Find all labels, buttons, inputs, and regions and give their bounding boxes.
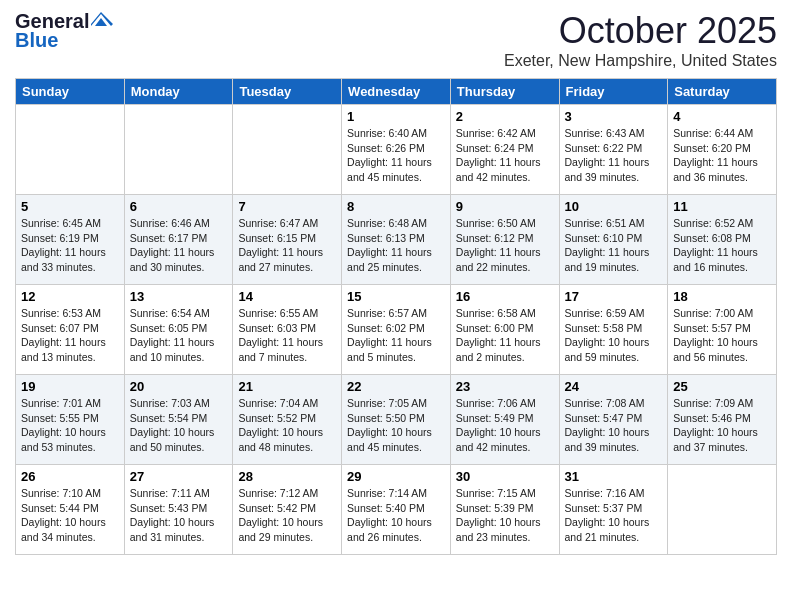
day-info: Sunrise: 6:47 AMSunset: 6:15 PMDaylight:… bbox=[238, 216, 336, 275]
day-info: Sunrise: 6:43 AMSunset: 6:22 PMDaylight:… bbox=[565, 126, 663, 185]
calendar-day-cell: 4Sunrise: 6:44 AMSunset: 6:20 PMDaylight… bbox=[668, 105, 777, 195]
calendar-weekday-header: Friday bbox=[559, 79, 668, 105]
calendar-day-cell: 12Sunrise: 6:53 AMSunset: 6:07 PMDayligh… bbox=[16, 285, 125, 375]
day-info: Sunrise: 7:03 AMSunset: 5:54 PMDaylight:… bbox=[130, 396, 228, 455]
day-info: Sunrise: 7:01 AMSunset: 5:55 PMDaylight:… bbox=[21, 396, 119, 455]
calendar-day-cell: 1Sunrise: 6:40 AMSunset: 6:26 PMDaylight… bbox=[342, 105, 451, 195]
location: Exeter, New Hampshire, United States bbox=[504, 52, 777, 70]
page-container: General Blue October 2025 Exeter, New Ha… bbox=[0, 0, 792, 565]
calendar-empty-cell bbox=[16, 105, 125, 195]
calendar-day-cell: 5Sunrise: 6:45 AMSunset: 6:19 PMDaylight… bbox=[16, 195, 125, 285]
day-info: Sunrise: 6:46 AMSunset: 6:17 PMDaylight:… bbox=[130, 216, 228, 275]
day-number: 22 bbox=[347, 379, 445, 394]
calendar-day-cell: 30Sunrise: 7:15 AMSunset: 5:39 PMDayligh… bbox=[450, 465, 559, 555]
logo-blue-text: Blue bbox=[15, 29, 58, 52]
calendar-table: SundayMondayTuesdayWednesdayThursdayFrid… bbox=[15, 78, 777, 555]
day-number: 5 bbox=[21, 199, 119, 214]
logo: General Blue bbox=[15, 10, 113, 52]
day-number: 3 bbox=[565, 109, 663, 124]
calendar-day-cell: 9Sunrise: 6:50 AMSunset: 6:12 PMDaylight… bbox=[450, 195, 559, 285]
calendar-day-cell: 6Sunrise: 6:46 AMSunset: 6:17 PMDaylight… bbox=[124, 195, 233, 285]
calendar-weekday-header: Monday bbox=[124, 79, 233, 105]
day-info: Sunrise: 6:59 AMSunset: 5:58 PMDaylight:… bbox=[565, 306, 663, 365]
day-info: Sunrise: 7:09 AMSunset: 5:46 PMDaylight:… bbox=[673, 396, 771, 455]
calendar-day-cell: 26Sunrise: 7:10 AMSunset: 5:44 PMDayligh… bbox=[16, 465, 125, 555]
day-number: 7 bbox=[238, 199, 336, 214]
title-section: October 2025 Exeter, New Hampshire, Unit… bbox=[504, 10, 777, 70]
day-number: 9 bbox=[456, 199, 554, 214]
day-number: 12 bbox=[21, 289, 119, 304]
day-number: 17 bbox=[565, 289, 663, 304]
day-info: Sunrise: 7:14 AMSunset: 5:40 PMDaylight:… bbox=[347, 486, 445, 545]
day-info: Sunrise: 7:11 AMSunset: 5:43 PMDaylight:… bbox=[130, 486, 228, 545]
calendar-day-cell: 23Sunrise: 7:06 AMSunset: 5:49 PMDayligh… bbox=[450, 375, 559, 465]
calendar-day-cell: 31Sunrise: 7:16 AMSunset: 5:37 PMDayligh… bbox=[559, 465, 668, 555]
logo-icon bbox=[91, 12, 113, 28]
day-info: Sunrise: 7:08 AMSunset: 5:47 PMDaylight:… bbox=[565, 396, 663, 455]
day-info: Sunrise: 6:51 AMSunset: 6:10 PMDaylight:… bbox=[565, 216, 663, 275]
calendar-day-cell: 25Sunrise: 7:09 AMSunset: 5:46 PMDayligh… bbox=[668, 375, 777, 465]
calendar-day-cell: 24Sunrise: 7:08 AMSunset: 5:47 PMDayligh… bbox=[559, 375, 668, 465]
calendar-weekday-header: Tuesday bbox=[233, 79, 342, 105]
calendar-day-cell: 15Sunrise: 6:57 AMSunset: 6:02 PMDayligh… bbox=[342, 285, 451, 375]
day-number: 25 bbox=[673, 379, 771, 394]
day-number: 14 bbox=[238, 289, 336, 304]
month-title: October 2025 bbox=[504, 10, 777, 52]
calendar-day-cell: 28Sunrise: 7:12 AMSunset: 5:42 PMDayligh… bbox=[233, 465, 342, 555]
day-info: Sunrise: 7:10 AMSunset: 5:44 PMDaylight:… bbox=[21, 486, 119, 545]
svg-marker-1 bbox=[95, 18, 107, 26]
day-info: Sunrise: 6:50 AMSunset: 6:12 PMDaylight:… bbox=[456, 216, 554, 275]
calendar-day-cell: 21Sunrise: 7:04 AMSunset: 5:52 PMDayligh… bbox=[233, 375, 342, 465]
day-number: 30 bbox=[456, 469, 554, 484]
calendar-day-cell: 2Sunrise: 6:42 AMSunset: 6:24 PMDaylight… bbox=[450, 105, 559, 195]
day-number: 1 bbox=[347, 109, 445, 124]
day-info: Sunrise: 6:58 AMSunset: 6:00 PMDaylight:… bbox=[456, 306, 554, 365]
calendar-day-cell: 27Sunrise: 7:11 AMSunset: 5:43 PMDayligh… bbox=[124, 465, 233, 555]
day-info: Sunrise: 6:45 AMSunset: 6:19 PMDaylight:… bbox=[21, 216, 119, 275]
day-info: Sunrise: 7:00 AMSunset: 5:57 PMDaylight:… bbox=[673, 306, 771, 365]
calendar-week-row: 1Sunrise: 6:40 AMSunset: 6:26 PMDaylight… bbox=[16, 105, 777, 195]
header: General Blue October 2025 Exeter, New Ha… bbox=[15, 10, 777, 70]
calendar-day-cell: 22Sunrise: 7:05 AMSunset: 5:50 PMDayligh… bbox=[342, 375, 451, 465]
calendar-week-row: 5Sunrise: 6:45 AMSunset: 6:19 PMDaylight… bbox=[16, 195, 777, 285]
calendar-empty-cell bbox=[668, 465, 777, 555]
day-number: 29 bbox=[347, 469, 445, 484]
day-number: 16 bbox=[456, 289, 554, 304]
day-info: Sunrise: 7:06 AMSunset: 5:49 PMDaylight:… bbox=[456, 396, 554, 455]
calendar-empty-cell bbox=[124, 105, 233, 195]
day-info: Sunrise: 6:48 AMSunset: 6:13 PMDaylight:… bbox=[347, 216, 445, 275]
calendar-day-cell: 18Sunrise: 7:00 AMSunset: 5:57 PMDayligh… bbox=[668, 285, 777, 375]
day-number: 21 bbox=[238, 379, 336, 394]
calendar-day-cell: 13Sunrise: 6:54 AMSunset: 6:05 PMDayligh… bbox=[124, 285, 233, 375]
day-number: 27 bbox=[130, 469, 228, 484]
day-info: Sunrise: 6:40 AMSunset: 6:26 PMDaylight:… bbox=[347, 126, 445, 185]
calendar-week-row: 19Sunrise: 7:01 AMSunset: 5:55 PMDayligh… bbox=[16, 375, 777, 465]
day-info: Sunrise: 7:16 AMSunset: 5:37 PMDaylight:… bbox=[565, 486, 663, 545]
day-info: Sunrise: 6:52 AMSunset: 6:08 PMDaylight:… bbox=[673, 216, 771, 275]
day-number: 15 bbox=[347, 289, 445, 304]
day-number: 23 bbox=[456, 379, 554, 394]
day-info: Sunrise: 6:44 AMSunset: 6:20 PMDaylight:… bbox=[673, 126, 771, 185]
day-info: Sunrise: 7:05 AMSunset: 5:50 PMDaylight:… bbox=[347, 396, 445, 455]
calendar-day-cell: 17Sunrise: 6:59 AMSunset: 5:58 PMDayligh… bbox=[559, 285, 668, 375]
calendar-day-cell: 16Sunrise: 6:58 AMSunset: 6:00 PMDayligh… bbox=[450, 285, 559, 375]
day-number: 8 bbox=[347, 199, 445, 214]
day-number: 26 bbox=[21, 469, 119, 484]
day-number: 28 bbox=[238, 469, 336, 484]
calendar-weekday-header: Wednesday bbox=[342, 79, 451, 105]
day-number: 11 bbox=[673, 199, 771, 214]
day-info: Sunrise: 6:53 AMSunset: 6:07 PMDaylight:… bbox=[21, 306, 119, 365]
calendar-day-cell: 19Sunrise: 7:01 AMSunset: 5:55 PMDayligh… bbox=[16, 375, 125, 465]
day-number: 10 bbox=[565, 199, 663, 214]
calendar-day-cell: 8Sunrise: 6:48 AMSunset: 6:13 PMDaylight… bbox=[342, 195, 451, 285]
day-number: 19 bbox=[21, 379, 119, 394]
calendar-day-cell: 7Sunrise: 6:47 AMSunset: 6:15 PMDaylight… bbox=[233, 195, 342, 285]
day-number: 4 bbox=[673, 109, 771, 124]
day-info: Sunrise: 6:54 AMSunset: 6:05 PMDaylight:… bbox=[130, 306, 228, 365]
calendar-week-row: 26Sunrise: 7:10 AMSunset: 5:44 PMDayligh… bbox=[16, 465, 777, 555]
day-info: Sunrise: 7:12 AMSunset: 5:42 PMDaylight:… bbox=[238, 486, 336, 545]
calendar-day-cell: 14Sunrise: 6:55 AMSunset: 6:03 PMDayligh… bbox=[233, 285, 342, 375]
calendar-day-cell: 3Sunrise: 6:43 AMSunset: 6:22 PMDaylight… bbox=[559, 105, 668, 195]
day-number: 2 bbox=[456, 109, 554, 124]
day-info: Sunrise: 7:15 AMSunset: 5:39 PMDaylight:… bbox=[456, 486, 554, 545]
